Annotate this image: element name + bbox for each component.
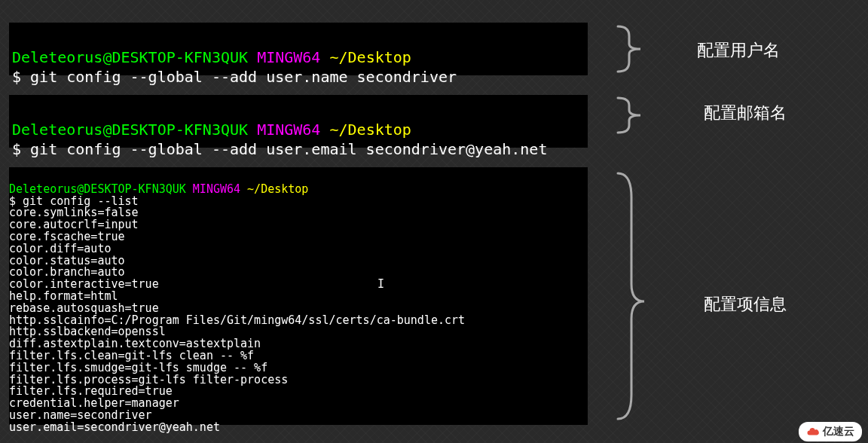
watermark-badge: 亿速云 [799, 422, 862, 441]
annotation-config-info: 配置项信息 [704, 293, 787, 316]
prompt-path: ~/Desktop [247, 182, 308, 196]
annotation-username: 配置用户名 [697, 39, 780, 62]
terminal-block-username: Deleteorus@DESKTOP-KFN3QUK MINGW64 ~/Des… [9, 23, 588, 75]
prompt-env: MINGW64 [257, 121, 320, 139]
command-line[interactable]: $ git config --global --add user.email s… [12, 140, 547, 158]
watermark-text: 亿速云 [823, 425, 854, 438]
text-cursor-icon: I [377, 279, 384, 291]
annotation-email: 配置邮箱名 [704, 102, 787, 124]
prompt-path: ~/Desktop [329, 48, 411, 66]
prompt-user-host: Deleteorus@DESKTOP-KFN3QUK [12, 121, 248, 139]
prompt-env: MINGW64 [257, 48, 320, 66]
prompt-env: MINGW64 [193, 182, 240, 196]
brace-icon [610, 95, 656, 136]
prompt-path: ~/Desktop [329, 121, 411, 139]
prompt-user-host: Deleteorus@DESKTOP-KFN3QUK [12, 48, 248, 66]
config-output: core.symlinks=false core.autocrlf=input … [9, 207, 588, 433]
command-line[interactable]: $ git config --global --add user.name se… [12, 68, 457, 86]
brace-icon [610, 23, 656, 75]
terminal-block-list: Deleteorus@DESKTOP-KFN3QUK MINGW64 ~/Des… [9, 167, 588, 425]
brace-icon [610, 167, 656, 425]
terminal-block-email: Deleteorus@DESKTOP-KFN3QUK MINGW64 ~/Des… [9, 95, 588, 148]
cloud-icon [806, 425, 820, 438]
